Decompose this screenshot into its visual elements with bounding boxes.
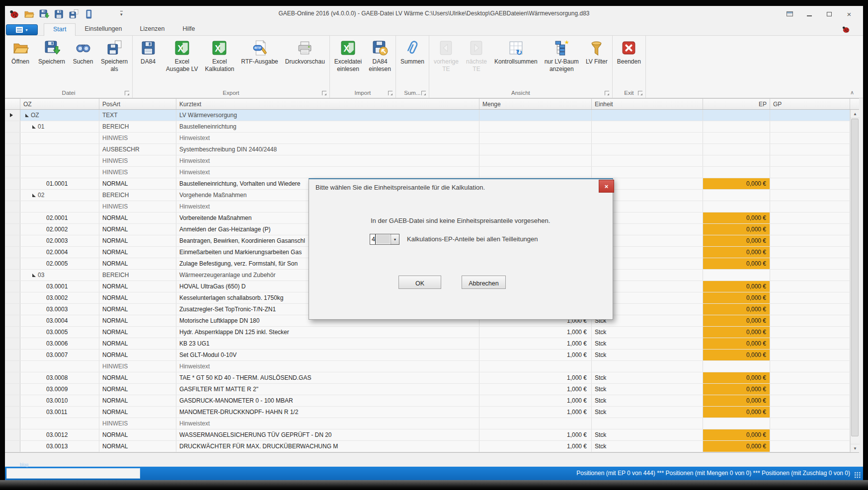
cell-einheit[interactable]: Stck: [592, 372, 703, 383]
ribbon-button-speichern-als[interactable]: Speichern als: [97, 37, 131, 74]
row-indicator-cell[interactable]: [5, 418, 20, 429]
app-menu-button[interactable]: ▾: [6, 24, 38, 35]
cell-ep[interactable]: [703, 133, 770, 143]
cell-gp[interactable]: [770, 304, 850, 315]
cell-ep[interactable]: 0,000 €: [703, 372, 770, 383]
cell-ep[interactable]: [703, 121, 770, 132]
header-einheit[interactable]: Einheit: [592, 99, 703, 109]
row-indicator-cell[interactable]: [5, 350, 20, 360]
minimize-button[interactable]: [802, 8, 816, 19]
cell-posart[interactable]: BEREICH: [99, 121, 176, 132]
row-indicator-cell[interactable]: [5, 155, 20, 166]
cell-oz[interactable]: 03.0009: [20, 384, 99, 395]
table-row[interactable]: 03.0005 NORMAL Hydr. Absperrklappe DN 12…: [5, 327, 859, 338]
expander-icon[interactable]: [32, 194, 36, 197]
cell-gp[interactable]: [770, 350, 850, 360]
cell-gp[interactable]: [770, 121, 850, 132]
window-options-button[interactable]: [783, 8, 796, 19]
cell-ep[interactable]: 0,000 €: [703, 247, 770, 258]
header-oz[interactable]: OZ: [20, 99, 99, 109]
cell-ep[interactable]: 0,000 €: [703, 407, 770, 418]
tab-start[interactable]: Start: [44, 23, 76, 36]
cell-gp[interactable]: [770, 418, 850, 429]
table-row[interactable]: 03.0012 NORMAL WASSERMANGELSICHERUNG TÜV…: [5, 429, 859, 441]
cell-posart[interactable]: NORMAL: [99, 429, 176, 440]
ribbon-button-naechste-te[interactable]: nächste TE: [462, 37, 491, 74]
cell-oz[interactable]: 03.0001: [20, 281, 99, 292]
row-indicator-cell[interactable]: [5, 395, 20, 406]
scroll-down-icon[interactable]: ▼: [851, 444, 860, 452]
cell-oz[interactable]: 03.0008: [20, 372, 99, 383]
cell-oz[interactable]: [20, 144, 99, 155]
cell-oz[interactable]: 03.0004: [20, 315, 99, 326]
cell-menge[interactable]: 1,000 €: [479, 327, 592, 338]
cell-menge[interactable]: [479, 110, 592, 121]
cell-einheit[interactable]: [592, 144, 703, 155]
cell-gp[interactable]: [770, 315, 850, 326]
cell-menge[interactable]: 1,000 €: [479, 407, 592, 418]
cell-posart[interactable]: HINWEIS: [99, 167, 176, 178]
cell-einheit[interactable]: [592, 110, 703, 121]
cell-gp[interactable]: [770, 201, 850, 212]
cell-gp[interactable]: [770, 441, 850, 452]
cell-menge[interactable]: 1,000 €: [479, 395, 592, 406]
qat-disk-button[interactable]: [54, 9, 64, 19]
cell-menge[interactable]: [479, 361, 592, 372]
ribbon-button-rtf-ausgabe[interactable]: RTF RTF-Ausgabe: [237, 37, 281, 67]
cell-menge[interactable]: 1,000 €: [479, 350, 592, 360]
cell-gp[interactable]: [770, 281, 850, 292]
cell-oz[interactable]: 03.0002: [20, 292, 99, 303]
cell-posart[interactable]: AUSBESCHR: [99, 144, 176, 155]
group-dialog-launcher-icon[interactable]: [322, 91, 326, 95]
cell-gp[interactable]: [770, 133, 850, 143]
close-button[interactable]: ×: [842, 8, 856, 19]
cell-oz[interactable]: 03.0006: [20, 338, 99, 349]
cell-gp[interactable]: [770, 395, 850, 406]
row-indicator-cell[interactable]: [5, 270, 20, 280]
cell-gp[interactable]: [770, 110, 850, 121]
row-indicator-cell[interactable]: [5, 258, 20, 269]
cell-oz[interactable]: 03.0007: [20, 350, 99, 360]
row-indicator-cell[interactable]: [5, 133, 20, 143]
cell-oz[interactable]: 03.0003: [20, 304, 99, 315]
status-left-link[interactable]: blog: [20, 462, 28, 467]
cell-oz[interactable]: OZ: [20, 110, 99, 121]
cell-ep[interactable]: 0,000 €: [703, 327, 770, 338]
row-indicator-cell[interactable]: [5, 429, 20, 440]
row-indicator-cell[interactable]: [5, 201, 20, 212]
cell-oz[interactable]: [20, 361, 99, 372]
cell-ep[interactable]: 0,000 €: [703, 384, 770, 395]
cell-menge[interactable]: 1,000 €: [479, 372, 592, 383]
tab-lizenzen[interactable]: Lizenzen: [131, 23, 173, 36]
row-indicator-cell[interactable]: [5, 121, 20, 132]
cell-gp[interactable]: [770, 235, 850, 246]
row-indicator-cell[interactable]: [5, 338, 20, 349]
row-indicator-cell[interactable]: [5, 292, 20, 303]
cell-ep[interactable]: 0,000 €: [703, 258, 770, 269]
cell-einheit[interactable]: Stck: [592, 407, 703, 418]
cell-ep[interactable]: [703, 418, 770, 429]
cell-gp[interactable]: [770, 327, 850, 338]
cell-ep[interactable]: 0,000 €: [703, 315, 770, 326]
cell-posart[interactable]: NORMAL: [99, 178, 176, 189]
cell-posart[interactable]: NORMAL: [99, 327, 176, 338]
cell-posart[interactable]: NORMAL: [99, 247, 176, 258]
cell-gp[interactable]: [770, 338, 850, 349]
cell-kurztext[interactable]: LV Wärmeversorgung: [176, 110, 479, 121]
table-row[interactable]: HINWEIS Hinweistext: [5, 418, 859, 429]
row-indicator-cell[interactable]: [5, 384, 20, 395]
scrollbar-thumb[interactable]: [851, 119, 859, 436]
cell-ep[interactable]: 0,000 €: [703, 281, 770, 292]
cell-gp[interactable]: [770, 361, 850, 372]
cell-einheit[interactable]: Stck: [592, 338, 703, 349]
table-row[interactable]: 03.0006 NORMAL KB 23 UG1 1,000 € Stck 0,…: [5, 338, 859, 350]
cell-einheit[interactable]: Stck: [592, 441, 703, 452]
cell-gp[interactable]: [770, 292, 850, 303]
cell-einheit[interactable]: [592, 121, 703, 132]
cell-posart[interactable]: HINWEIS: [99, 133, 176, 143]
cell-posart[interactable]: HINWEIS: [99, 201, 176, 212]
cell-menge[interactable]: 1,000 €: [479, 429, 592, 440]
cell-posart[interactable]: NORMAL: [99, 315, 176, 326]
cell-gp[interactable]: [770, 212, 850, 223]
cell-ep[interactable]: [703, 190, 770, 201]
